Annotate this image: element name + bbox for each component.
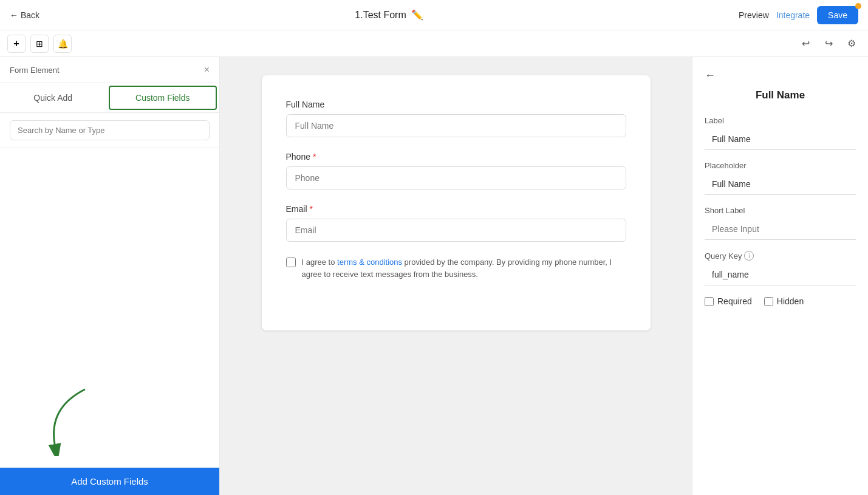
center-canvas: Full Name Phone * Email * (220, 57, 692, 495)
toolbar-actions: ↩ ↪ ⚙ (796, 35, 861, 53)
header-right: Preview Integrate Save (739, 6, 858, 24)
phone-label: Phone * (286, 152, 626, 162)
email-input[interactable] (286, 219, 626, 242)
required-checkbox[interactable] (705, 297, 714, 306)
query-key-label: Query Key i (705, 251, 856, 261)
checkbox-row: Required Hidden (705, 296, 856, 306)
terms-link[interactable]: terms & conditions (337, 258, 402, 267)
preview-button[interactable]: Preview (739, 10, 769, 20)
phone-input[interactable] (286, 166, 626, 189)
panel-content (0, 148, 219, 495)
add-element-button[interactable]: + (7, 35, 26, 53)
save-badge (855, 3, 861, 9)
email-label: Email * (286, 204, 626, 214)
add-custom-fields-button[interactable]: Add Custom Fields (0, 468, 219, 495)
label-input[interactable] (705, 129, 856, 150)
back-button[interactable]: ← Back (10, 10, 39, 20)
hidden-label[interactable]: Hidden (764, 296, 804, 306)
info-icon[interactable]: i (744, 251, 754, 261)
settings-button[interactable]: ⚙ (842, 35, 861, 53)
field-full-name: Full Name (286, 100, 626, 137)
edit-icon[interactable]: ✏️ (411, 9, 423, 21)
settings-icon: ⚙ (847, 38, 856, 49)
short-label-input[interactable] (705, 219, 856, 240)
main-layout: Form Element × Quick Add Custom Fields A (0, 57, 868, 495)
label-section-title: Label (705, 116, 856, 125)
undo-button[interactable]: ↩ (796, 35, 815, 53)
consent-text: I agree to terms & conditions provided b… (302, 256, 626, 280)
right-panel-back-button[interactable]: ← (705, 69, 716, 82)
query-key-section: Query Key i (705, 251, 856, 285)
undo-icon: ↩ (802, 38, 810, 49)
right-panel: ← Full Name Label Placeholder Short Labe… (692, 57, 868, 495)
close-panel-button[interactable]: × (204, 64, 210, 75)
form-card: Full Name Phone * Email * (262, 75, 651, 330)
required-label[interactable]: Required (705, 296, 752, 306)
right-panel-title: Full Name (705, 89, 856, 101)
plus-icon: + (13, 38, 19, 49)
consent-checkbox[interactable] (286, 258, 296, 267)
short-label-section-title: Short Label (705, 206, 856, 215)
required-star: * (313, 152, 316, 162)
search-input[interactable] (10, 120, 210, 140)
field-phone: Phone * (286, 152, 626, 189)
top-header: ← Back 1.Test Form ✏️ Preview Integrate … (0, 0, 868, 30)
bell-button[interactable]: 🔔 (53, 35, 72, 53)
component-button[interactable]: ⊞ (30, 35, 49, 53)
secondary-toolbar: + ⊞ 🔔 ↩ ↪ ⚙ (0, 30, 868, 57)
search-box (0, 113, 219, 148)
tab-row: Quick Add Custom Fields (0, 83, 219, 113)
tab-custom-fields[interactable]: Custom Fields (109, 86, 217, 110)
component-icon: ⊞ (36, 39, 43, 49)
bell-icon: 🔔 (58, 39, 68, 49)
save-button[interactable]: Save (817, 6, 858, 24)
header-left: ← Back (10, 10, 39, 20)
redo-button[interactable]: ↪ (819, 35, 838, 53)
panel-title: Form Element (10, 66, 60, 75)
short-label-section: Short Label (705, 206, 856, 240)
placeholder-section-title: Placeholder (705, 161, 856, 170)
label-section: Label (705, 116, 856, 150)
panel-header: Form Element × (0, 57, 219, 83)
form-title: 1.Test Form (355, 10, 406, 21)
left-panel: Form Element × Quick Add Custom Fields A (0, 57, 220, 495)
redo-icon: ↪ (825, 38, 833, 49)
full-name-label: Full Name (286, 100, 626, 109)
header-center: 1.Test Form ✏️ (355, 9, 423, 21)
full-name-input[interactable] (286, 114, 626, 137)
placeholder-section: Placeholder (705, 161, 856, 195)
placeholder-input[interactable] (705, 174, 856, 195)
consent-row: I agree to terms & conditions provided b… (286, 256, 626, 280)
query-key-input[interactable] (705, 264, 856, 285)
tab-quick-add[interactable]: Quick Add (0, 83, 106, 112)
field-email: Email * (286, 204, 626, 242)
required-star-email: * (309, 204, 312, 214)
hidden-checkbox[interactable] (764, 297, 773, 306)
integrate-button[interactable]: Integrate (776, 10, 810, 20)
